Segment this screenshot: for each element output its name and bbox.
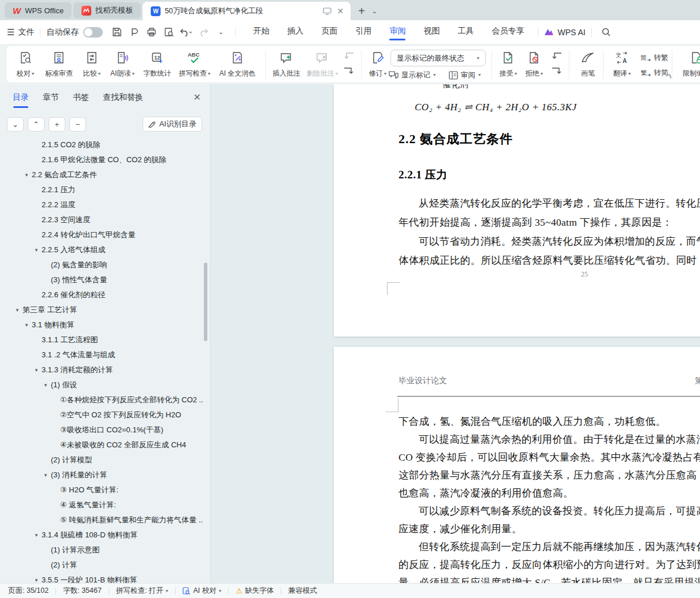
toc-item[interactable]: ④ 返氢气量计算: xyxy=(0,498,203,513)
toc-item[interactable]: (1) 计算示意图 xyxy=(0,543,203,558)
toc-item[interactable]: 2.2.4 转化炉出口气甲烷含量 xyxy=(0,227,203,242)
reject-change-button[interactable]: 拒绝▾ xyxy=(521,48,548,81)
restrict-edit-button[interactable]: 限制编辑 xyxy=(676,48,700,81)
toc-item[interactable]: 2.2.6 催化剂的粒径 xyxy=(0,287,203,302)
previous-comment-icon[interactable] xyxy=(342,51,355,62)
search-icon[interactable] xyxy=(599,25,614,39)
export-pdf-icon[interactable] xyxy=(126,25,142,39)
document-page-26[interactable]: 毕业设计论文 第 下合成，氢、氮混合气压缩机的吸入压力愈高，功耗愈低。可以提高过… xyxy=(334,347,700,583)
menu-tab-review[interactable]: 审阅 xyxy=(388,24,407,40)
show-markup-button[interactable]: 显示标记▾ xyxy=(389,69,436,81)
ai-proofread-status[interactable]: AI 校对▾ xyxy=(183,586,221,596)
toc-item[interactable]: ▼3.1.3 消耗定额的计算 xyxy=(0,362,203,378)
new-tab-button[interactable]: + xyxy=(358,5,365,17)
expand-all-button[interactable]: ⌄ xyxy=(7,117,24,132)
missing-font-warning[interactable]: ⚠ 缺失字体 xyxy=(236,586,274,596)
toc-item[interactable]: ▼3.1 物料衡算 xyxy=(0,317,203,332)
menu-tab-view[interactable]: 视图 xyxy=(422,24,441,40)
toc-item[interactable]: ▼(3) 消耗量的计算 xyxy=(0,468,203,483)
markup-state-select[interactable]: 显示标记的最终状态 ▾ xyxy=(390,50,486,66)
collapse-all-button[interactable]: ⌃ xyxy=(28,117,44,132)
zoom-in-button[interactable]: + xyxy=(49,117,65,132)
close-sidebar-icon[interactable]: ✕ xyxy=(193,92,201,103)
collapse-chevron-icon[interactable]: ▼ xyxy=(24,173,32,178)
to-simplified-button[interactable]: 繁 转简 xyxy=(641,66,668,79)
spell-check-status[interactable]: 拼写检查: 打开▾ xyxy=(116,586,168,596)
close-tab-icon[interactable]: ✕ xyxy=(336,6,345,16)
next-change-icon[interactable] xyxy=(550,66,563,77)
toc-item[interactable]: 2.2.3 空间速度 xyxy=(0,212,203,227)
redo-icon[interactable] xyxy=(196,25,211,39)
toc-item[interactable]: 2.2.1 压力 xyxy=(0,182,203,197)
collapse-chevron-icon[interactable]: ▼ xyxy=(15,308,23,313)
file-menu[interactable]: 文件 xyxy=(18,27,34,38)
collapse-chevron-icon[interactable]: ▼ xyxy=(24,323,32,328)
collapse-chevron-icon[interactable]: ▼ xyxy=(43,383,51,388)
accept-change-button[interactable]: 接受▾ xyxy=(496,48,521,81)
toc-item[interactable]: (2) 氨含量的影响 xyxy=(0,257,203,272)
toc-item[interactable]: ④未被吸收的 CO2 全部反应生成 CH4 xyxy=(0,438,203,453)
spell-check-button[interactable]: ABC 拼写检查▾ xyxy=(176,48,213,81)
tab-wps-office[interactable]: W WPS Office xyxy=(5,2,72,18)
proofread-button[interactable]: 校对▾ xyxy=(11,48,40,81)
insert-comment-button[interactable]: 插入批注 xyxy=(270,48,303,81)
collapse-chevron-icon[interactable]: ▼ xyxy=(34,533,42,538)
standard-review-button[interactable]: 标准审查 xyxy=(41,48,77,81)
toc-item[interactable]: (2) 计算模型 xyxy=(0,453,203,468)
tab-list-chevron-icon[interactable]: ⌄ xyxy=(372,8,377,15)
toc-item[interactable]: ②空气中 O2 按下列反应转化为 H2O xyxy=(0,408,203,423)
collapse-chevron-icon[interactable]: ▼ xyxy=(34,248,42,253)
toc-item[interactable]: 2.1.6 甲烷化法微量 CO、CO2 的脱除 xyxy=(0,152,203,167)
menu-tab-member[interactable]: 会员专享 xyxy=(490,24,525,40)
menu-tab-tools[interactable]: 工具 xyxy=(456,24,475,40)
compare-button[interactable]: 比较▾ xyxy=(78,48,106,81)
sidebar-tab-contents[interactable]: 目录 xyxy=(13,92,29,108)
toc-item[interactable]: ③ H2O 气量计算: xyxy=(0,483,203,498)
toc-item[interactable]: (2) 计算 xyxy=(0,558,203,573)
menu-tab-reference[interactable]: 引用 xyxy=(354,24,373,40)
toc-item[interactable]: ▼2.2 氨合成工艺条件 xyxy=(0,167,203,182)
menu-tab-page[interactable]: 页面 xyxy=(320,24,338,40)
to-traditional-button[interactable]: 简 转繁 xyxy=(641,51,668,64)
sidebar-scrollbar[interactable] xyxy=(204,263,207,341)
toc-item[interactable]: 2.1.5 CO2 的脱除 xyxy=(0,137,203,152)
toc-item[interactable]: ③吸收塔出口 CO2=0.1%(干基) xyxy=(0,423,203,438)
screen-cast-icon[interactable] xyxy=(323,8,332,15)
ink-pen-button[interactable]: 画笔 xyxy=(574,48,602,81)
sidebar-tab-bookmarks[interactable]: 书签 xyxy=(73,92,89,108)
next-comment-icon[interactable] xyxy=(342,66,355,77)
collapse-chevron-icon[interactable]: ▼ xyxy=(43,473,51,478)
track-changes-button[interactable]: 修订▾ xyxy=(364,48,391,81)
zoom-out-button[interactable]: − xyxy=(69,117,86,132)
toc-item[interactable]: 3.1.1 工艺流程图 xyxy=(0,332,203,347)
more-commands-chevron-icon[interactable]: ⌄ xyxy=(213,25,228,39)
ai-recognize-toc-button[interactable]: AI识别目录 xyxy=(143,117,202,132)
print-preview-icon[interactable] xyxy=(161,25,176,39)
toc-item[interactable]: ①各种烷烃按下列反应式全部转化为 CO2 ... xyxy=(0,393,203,408)
toc-item[interactable]: ▼第三章 工艺计算 xyxy=(0,302,203,317)
menu-tab-insert[interactable]: 插入 xyxy=(286,24,304,40)
toc-item[interactable]: ▼3.5.5 一段炉 101-B 物料衡算 xyxy=(0,573,203,583)
print-icon[interactable] xyxy=(144,25,159,39)
toc-item[interactable]: ⑤ 吨氨消耗新鲜气量和生产能力将气体量 ... xyxy=(0,513,203,528)
collapse-chevron-icon[interactable]: ▼ xyxy=(34,368,42,373)
main-menu-icon[interactable]: ☰ xyxy=(7,27,14,38)
toc-item[interactable]: 3.1 .2 气体流量与组成 xyxy=(0,347,203,362)
undo-icon[interactable] xyxy=(178,25,193,39)
page-indicator[interactable]: 页面: 35/102 xyxy=(8,586,49,596)
toc-item[interactable]: 2.2.2 温度 xyxy=(0,197,203,212)
word-count-button[interactable]: 12 字数统计 xyxy=(139,48,175,81)
wps-ai-button[interactable]: WPS AI xyxy=(544,28,585,37)
toc-item[interactable]: (3) 惰性气体含量 xyxy=(0,272,203,287)
save-icon[interactable] xyxy=(109,25,124,39)
toc-item[interactable]: ▼2.2.5 入塔气体组成 xyxy=(0,242,203,257)
ai-polish-button[interactable]: AI 全文润色 xyxy=(213,48,262,81)
collapse-chevron-icon[interactable]: ▼ xyxy=(34,578,42,583)
document-page-25[interactable]: 催化剂 CO₂ + 4H₂ ⇌ CH₄ + 2H₂O + 165.3KJ 2.2… xyxy=(334,84,700,337)
previous-change-icon[interactable] xyxy=(550,51,563,62)
sidebar-tab-find-replace[interactable]: 查找和替换 xyxy=(103,92,143,108)
autosave-toggle[interactable] xyxy=(83,27,103,38)
toc-item[interactable]: ▼(1) 假设 xyxy=(0,378,203,393)
word-count-indicator[interactable]: 字数: 35467 xyxy=(63,586,102,596)
toc-item[interactable]: ▼3.1.4 脱硫槽 108-D 物料衡算 xyxy=(0,528,203,543)
